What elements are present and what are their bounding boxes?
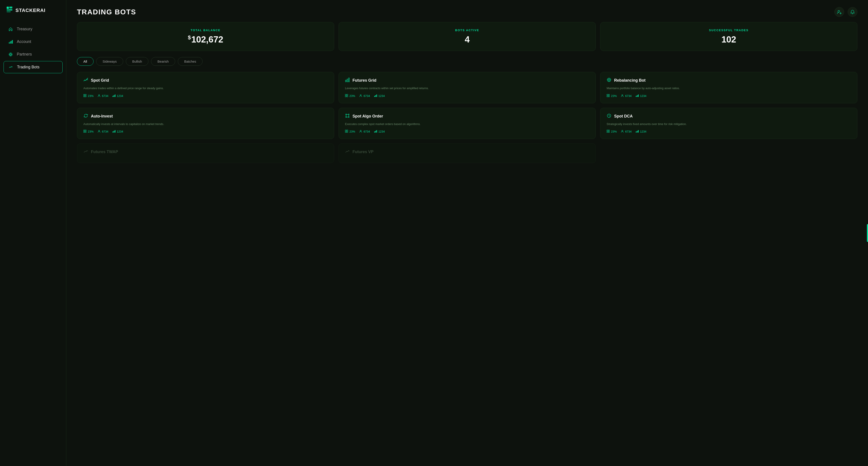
bot-card-header-futures-twap: Futures TWAP [83, 149, 328, 155]
sidebar-item-trading-bots-label: Trading Bots [17, 65, 39, 69]
bot-stat1-spot-dca: 23% [607, 130, 617, 134]
bot-card-rebalancing-bot[interactable]: Rebalancing Bot Maintains portfolio bala… [600, 72, 857, 103]
svg-rect-42 [608, 96, 610, 97]
sidebar-item-trading-bots[interactable]: Trading Bots [4, 61, 63, 73]
bot-desc-rebalancing-bot: Maintains portfolio balance by auto-adju… [607, 86, 851, 90]
bot-name-spot-grid: Spot Grid [91, 78, 109, 83]
svg-rect-24 [114, 95, 114, 97]
svg-rect-69 [375, 131, 376, 133]
bot-name-futures-grid: Futures Grid [352, 78, 376, 83]
bot-stat3-futures-grid: 1234 [374, 94, 385, 98]
bot-card-auto-invest[interactable]: Auto-Invest Automatically invests at int… [77, 108, 334, 139]
bot-card-header-spot-algo-order: Spot Algo Order [345, 113, 589, 119]
svg-rect-27 [347, 79, 348, 82]
svg-rect-79 [638, 130, 639, 133]
svg-rect-36 [376, 94, 377, 97]
filter-bearish[interactable]: Bearish [151, 57, 175, 66]
stats-section: TOTAL BALANCE $102,672 BOTS ACTIVE 4 SUC… [66, 22, 868, 57]
svg-rect-77 [636, 132, 637, 133]
sidebar-item-account[interactable]: Account [4, 36, 63, 48]
bot-name-auto-invest: Auto-Invest [91, 114, 113, 119]
logo-area: STACKERAI [0, 6, 66, 23]
right-accent-bar [867, 224, 868, 242]
svg-point-22 [99, 94, 100, 95]
home-icon [8, 27, 13, 31]
svg-rect-30 [347, 94, 348, 95]
bot-name-futures-twap: Futures TWAP [91, 150, 118, 154]
svg-rect-47 [84, 130, 85, 131]
bot-stat3-spot-grid: 1234 [112, 94, 123, 98]
bot-stat3-auto-invest: 1234 [112, 130, 123, 134]
sidebar-item-treasury[interactable]: Treasury [4, 23, 63, 35]
filter-bullish[interactable]: Bullish [126, 57, 148, 66]
bot-card-header-auto-invest: Auto-Invest [83, 113, 328, 119]
bot-card-spot-algo-order[interactable]: Spot Algo Order Executes complex spot ma… [339, 108, 596, 139]
bot-stat1-rebalancing-bot: 23% [607, 94, 617, 98]
svg-point-55 [346, 114, 346, 115]
filter-batches[interactable]: Batches [178, 57, 203, 66]
bot-desc-auto-invest: Automatically invests at intervals to ca… [83, 122, 328, 126]
svg-rect-44 [636, 96, 637, 97]
svg-point-57 [346, 117, 346, 117]
futures-grid-icon [345, 78, 350, 83]
bot-card-spot-dca[interactable]: Spot DCA Strategically invests fixed amo… [600, 108, 857, 139]
svg-rect-68 [374, 132, 375, 133]
bot-name-spot-algo-order: Spot Algo Order [352, 114, 383, 119]
bot-name-futures-vp: Futures VP [352, 150, 374, 154]
stat-value-bots-active: 4 [346, 34, 588, 45]
stat-value-successful-trades: 102 [608, 34, 850, 45]
sidebar: STACKERAI Treasury Account [0, 0, 66, 466]
svg-point-56 [348, 114, 349, 115]
trading-bots-icon [8, 65, 13, 69]
add-user-button[interactable] [834, 7, 844, 17]
auto-invest-icon [83, 113, 88, 119]
notifications-button[interactable] [848, 7, 857, 17]
rebalancing-bot-icon [607, 78, 612, 83]
svg-rect-19 [85, 94, 86, 95]
stat-label-successful-trades: SUCCESSFUL TRADES [608, 29, 850, 32]
bot-desc-spot-algo-order: Executes complex spot market orders base… [345, 122, 589, 126]
futures-twap-icon [83, 149, 88, 155]
svg-point-10 [10, 54, 11, 55]
bot-stats-spot-dca: 23% 6734 [607, 130, 851, 134]
stat-card-bots-active: BOTS ACTIVE 4 [339, 22, 596, 51]
bot-stat3-spot-algo-order: 1234 [374, 130, 385, 134]
bot-stat2-spot-grid: 6734 [97, 94, 108, 98]
svg-rect-64 [347, 130, 348, 131]
dollar-sign: $ [188, 34, 191, 40]
svg-point-51 [99, 130, 100, 132]
futures-vp-icon [345, 149, 350, 155]
svg-rect-21 [85, 96, 86, 97]
svg-rect-28 [348, 78, 349, 82]
bot-card-spot-grid[interactable]: Spot Grid Automates trades within a defi… [77, 72, 334, 103]
svg-rect-6 [10, 41, 11, 43]
nav-list: Treasury Account [0, 23, 66, 73]
page-title: TRADING BOTS [77, 8, 136, 16]
bot-card-futures-grid[interactable]: Futures Grid Leverages futures contracts… [339, 72, 596, 103]
svg-rect-74 [607, 132, 608, 133]
sidebar-item-partners[interactable]: Partners [4, 49, 63, 60]
svg-rect-41 [607, 96, 608, 97]
bot-stat1-spot-algo-order: 23% [345, 130, 355, 134]
svg-rect-34 [374, 96, 375, 97]
main-content: TRADING BOTS TOTAL BALANCE [66, 0, 868, 466]
svg-rect-8 [12, 40, 13, 43]
bot-card-futures-twap[interactable]: Futures TWAP [77, 143, 334, 163]
bar-stat-icon [112, 94, 116, 98]
bot-card-header-spot-grid: Spot Grid [83, 78, 328, 83]
svg-rect-75 [608, 132, 610, 133]
svg-rect-72 [607, 130, 608, 131]
bot-stat1-auto-invest: 23% [83, 130, 94, 134]
spot-grid-icon [83, 78, 88, 83]
bot-card-futures-vp[interactable]: Futures VP [339, 143, 596, 163]
svg-rect-32 [347, 96, 348, 97]
filter-sideways[interactable]: Sideways [96, 57, 123, 66]
svg-point-33 [360, 94, 361, 95]
stat-label-total-balance: TOTAL BALANCE [84, 29, 327, 32]
svg-rect-26 [345, 80, 346, 82]
grid-stat-icon [83, 94, 87, 98]
bots-grid: Spot Grid Automates trades within a defi… [66, 72, 868, 169]
filter-all[interactable]: All [77, 57, 94, 66]
svg-rect-4 [7, 11, 11, 12]
bot-card-header-futures-vp: Futures VP [345, 149, 589, 155]
